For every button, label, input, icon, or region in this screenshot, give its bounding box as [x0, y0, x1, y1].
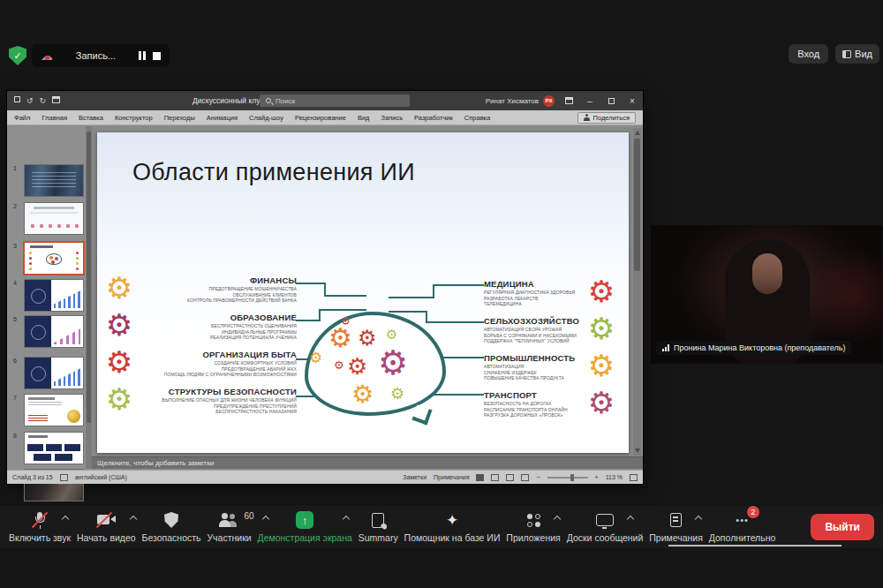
close-button[interactable]: × — [622, 91, 643, 110]
participant-video-tile[interactable]: Пронина Марина Викторовна (преподаватель… — [651, 225, 883, 364]
normal-view-icon[interactable] — [476, 474, 484, 481]
start-video-button[interactable]: Начать видео — [77, 511, 136, 543]
chevron-up-icon[interactable] — [695, 516, 702, 523]
share-screen-button[interactable]: ↑ Демонстрация экрана — [258, 511, 352, 543]
ribbon-display-icon[interactable] — [558, 91, 579, 110]
undo-icon[interactable]: ↺ — [26, 96, 34, 105]
fit-slide-icon[interactable] — [630, 474, 638, 481]
circuit-line — [431, 394, 484, 396]
mute-button[interactable]: Включить звук — [9, 511, 71, 543]
security-gear-icon: ⚙ — [102, 383, 136, 415]
notes-button[interactable]: Примечания — [649, 511, 703, 543]
powerpoint-titlebar[interactable]: ↺ ↻ Дискуссионный клуб - PowerPoint Поис… — [7, 91, 643, 110]
category-title: СТРУКТУРЫ БЕЗОПАСНОСТИ — [138, 387, 297, 396]
current-slide[interactable]: Области применения ИИ — [97, 132, 629, 453]
pause-recording-button[interactable] — [139, 51, 146, 60]
slide-thumbnail-3-selected[interactable]: 3 — [25, 243, 83, 274]
slide-sorter-icon[interactable] — [491, 474, 499, 481]
language-indicator[interactable]: английский (США) — [75, 474, 127, 480]
search-box[interactable]: Поиск — [260, 94, 410, 107]
tab-file[interactable]: Файл — [14, 114, 30, 122]
category-line: БЕСПРИСТРАСТНОСТЬ НАКАЗАНИЯ — [138, 409, 297, 415]
whiteboards-button[interactable]: Доски сообщений — [567, 511, 644, 543]
slide-thumbnail-1[interactable]: 1 — [25, 165, 83, 196]
reading-view-icon[interactable] — [506, 474, 514, 481]
ai-companion-button[interactable]: ✦ Помощник на базе ИИ — [404, 511, 501, 543]
ai-companion-label: Помощник на базе ИИ — [404, 532, 501, 543]
stop-recording-button[interactable] — [153, 52, 161, 60]
zoom-meeting-window: ✓ ☁ Запись... Вход Вид ↺ ↻ Дискуссионный… — [0, 0, 883, 588]
quick-access-toolbar[interactable]: ↺ ↻ — [14, 96, 60, 105]
summary-button[interactable]: Summary — [358, 511, 398, 543]
slide-number: 5 — [13, 316, 17, 322]
apps-button[interactable]: Приложения — [506, 511, 560, 543]
slide-number: 6 — [13, 358, 17, 364]
tab-developer[interactable]: Разработчик — [414, 114, 453, 122]
chevron-up-icon[interactable] — [343, 516, 350, 523]
category-title: ПРОМЫШЛЕННОСТЬ — [484, 353, 629, 363]
category-medicine: МЕДИЦИНА РЕГУЛЯРНАЯ ДИАГНОСТИКА ЗДОРОВЬЯ… — [484, 279, 629, 307]
brain-gear-icon: ⚙ — [347, 355, 367, 378]
summary-doc-icon — [372, 513, 384, 528]
slide-thumbnail-5[interactable]: 5 — [25, 316, 83, 347]
participants-icon — [219, 511, 240, 529]
chevron-up-icon[interactable] — [553, 516, 560, 523]
slide-thumbnail-7[interactable]: 7 — [25, 395, 83, 426]
tab-help[interactable]: Справка — [464, 114, 490, 122]
tab-view[interactable]: Вид — [358, 114, 370, 122]
brain-gear-icon: ⚙ — [341, 316, 351, 327]
save-icon[interactable] — [14, 96, 20, 105]
redo-icon[interactable]: ↻ — [40, 96, 47, 105]
tab-review[interactable]: Рецензирование — [295, 114, 346, 122]
tab-slideshow[interactable]: Слайд-шоу — [249, 114, 283, 122]
leave-meeting-button[interactable]: Выйти — [811, 514, 874, 540]
share-screen-label: Демонстрация экрана — [258, 532, 352, 543]
notes-toggle[interactable]: Заметки — [403, 474, 426, 480]
chevron-up-icon[interactable] — [62, 516, 69, 523]
account-area[interactable]: Ринат Хисматов РХ — [486, 91, 555, 110]
slide-thumbnail-4[interactable]: 4 — [25, 280, 83, 311]
slide-thumbnail-8[interactable]: 8 — [25, 433, 83, 464]
category-line: РАЗГРУЗКА ДОРОЖНЫХ «ПРОБОК» — [484, 412, 629, 418]
comments-toggle[interactable]: Примечания — [434, 474, 469, 480]
tab-insert[interactable]: Вставка — [79, 114, 103, 122]
view-label: Вид — [855, 49, 872, 59]
tab-record[interactable]: Запись — [381, 114, 403, 122]
security-button[interactable]: Безопасность — [142, 511, 201, 543]
account-avatar[interactable]: РХ — [543, 95, 555, 107]
chevron-up-icon[interactable] — [130, 516, 137, 523]
thumbnail-art — [25, 316, 83, 347]
notes-pane[interactable]: Щелкните, чтобы добавить заметки — [92, 456, 643, 469]
zoom-in-button[interactable]: + — [595, 474, 599, 480]
slide-number: 4 — [13, 280, 17, 286]
restore-button[interactable] — [600, 91, 622, 110]
slide-thumbnail-2[interactable]: 2 — [25, 203, 83, 234]
more-button[interactable]: ••• 2 Дополнительно — [709, 511, 776, 543]
participants-count: 60 — [244, 511, 253, 521]
panel-scrollbar[interactable] — [86, 126, 92, 469]
window-controls: – × — [558, 91, 643, 110]
circuit-line — [426, 311, 427, 323]
tab-animations[interactable]: Анимация — [207, 114, 238, 122]
view-icon — [842, 50, 851, 58]
participants-button[interactable]: 60 Участники — [207, 511, 251, 543]
tab-transitions[interactable]: Переходы — [164, 114, 195, 122]
tab-design[interactable]: Конструктор — [115, 114, 153, 122]
join-button[interactable]: Вход — [789, 44, 828, 64]
slide-thumbnail-6[interactable]: 6 — [25, 358, 83, 388]
view-button[interactable]: Вид — [835, 44, 879, 64]
chevron-up-icon[interactable] — [627, 516, 634, 523]
slideshow-icon[interactable] — [52, 96, 60, 105]
search-placeholder: Поиск — [275, 97, 295, 105]
zoom-level[interactable]: 113 % — [606, 474, 623, 480]
category-title: ОБРАЗОВАНИЕ — [138, 313, 297, 322]
zoom-slider[interactable] — [547, 477, 588, 479]
zoom-out-button[interactable]: − — [536, 474, 540, 480]
tab-home[interactable]: Главная — [42, 114, 67, 122]
slideshow-view-icon[interactable] — [521, 474, 529, 481]
slide-area-scrollbar[interactable] — [633, 128, 641, 456]
participant-name: Пронина Марина Викторовна (преподаватель… — [674, 343, 845, 352]
minimize-button[interactable]: – — [579, 91, 600, 110]
slide-editing-area: Области применения ИИ — [92, 126, 643, 457]
share-button[interactable]: Поделиться — [577, 112, 636, 124]
